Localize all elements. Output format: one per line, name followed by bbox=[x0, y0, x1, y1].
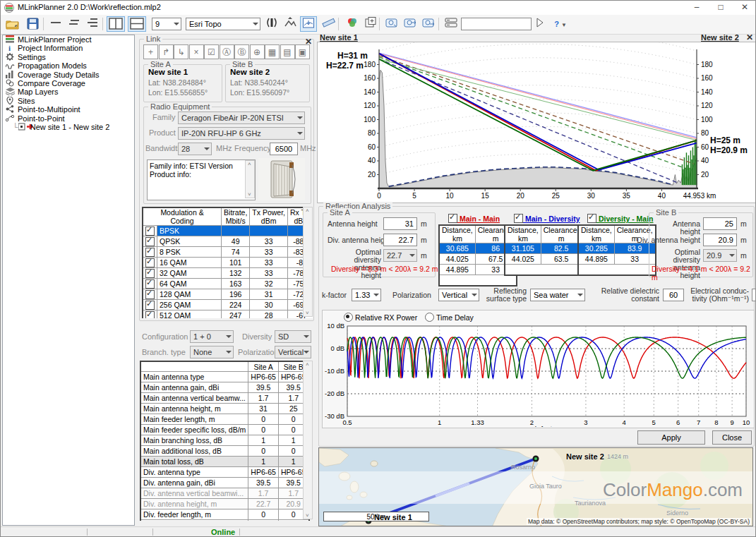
zoom-level-dropdown[interactable]: 9 bbox=[152, 18, 181, 30]
reflection-table-checkbox[interactable] bbox=[514, 214, 523, 223]
minimize-button[interactable]: – bbox=[685, 1, 709, 15]
move-up-icon[interactable]: ↱ bbox=[159, 44, 174, 59]
modulation-row[interactable]: 128 QAM19631-72.5 bbox=[143, 289, 313, 300]
save-icon[interactable] bbox=[25, 16, 42, 32]
reflection-table-link[interactable]: Diversity - Main bbox=[596, 215, 654, 223]
reflection-row[interactable]: 44.02563.5 bbox=[505, 254, 582, 265]
profile-tab-site2-link[interactable]: New site 2 bbox=[701, 33, 739, 42]
modulation-row[interactable]: 256 QAM22430-69.5 bbox=[143, 300, 313, 310]
sidebar-item-map-layers[interactable]: Map Layers bbox=[3, 88, 134, 96]
modulation-row[interactable]: 32 QAM13233-78.5 bbox=[143, 268, 313, 279]
dielectric-constant-input[interactable]: 60 bbox=[663, 289, 684, 301]
sidebar-item-settings[interactable]: Settings bbox=[3, 53, 134, 61]
modulation-row[interactable]: 16 QAM10133-82 bbox=[143, 258, 313, 268]
reflection-table-checkbox[interactable] bbox=[587, 214, 596, 223]
kfactor-dropdown[interactable]: 1.33 bbox=[352, 289, 381, 301]
target-icon[interactable]: ⊕ bbox=[250, 44, 265, 59]
modulation-row[interactable]: 512 QAM24728-67 bbox=[143, 310, 313, 319]
antenna-param-row[interactable]: Main antenna gain, dBi39.539.5 bbox=[140, 382, 309, 393]
antenna-param-row[interactable]: Div. antenna typeHP6-65HP6-65 bbox=[140, 467, 309, 478]
sidebar-item-project-information[interactable]: iProject Information bbox=[3, 44, 134, 52]
antenna-param-row[interactable]: Main total loss, dB11 bbox=[140, 457, 309, 467]
modulation-checkbox[interactable] bbox=[145, 279, 155, 289]
site-b-optimal-dropdown[interactable]: 20.9 bbox=[703, 249, 737, 262]
elevation-icon[interactable] bbox=[282, 16, 299, 32]
modulation-row[interactable]: BPSK bbox=[143, 226, 313, 236]
reflection-row[interactable]: 30.28583.9 bbox=[578, 243, 656, 254]
modulation-checkbox[interactable] bbox=[145, 258, 155, 267]
sidebar-item-sites[interactable]: Sites bbox=[3, 97, 134, 105]
profile-close-icon[interactable]: ✕ bbox=[746, 33, 753, 42]
site-b-pin-icon[interactable]: Ⓑ bbox=[234, 44, 249, 59]
bandwidth-dropdown[interactable]: 28 bbox=[178, 143, 212, 155]
close-reflection-button[interactable]: Close bbox=[712, 430, 752, 445]
antenna-param-row[interactable]: Main branching loss, dB11 bbox=[140, 435, 309, 446]
apply-button[interactable]: Apply bbox=[637, 430, 705, 445]
site-a-div-height-input[interactable]: 22.7 bbox=[383, 234, 417, 246]
modulation-table[interactable]: Modulation &CodingBitrate,Mbit/sTx Power… bbox=[142, 207, 313, 318]
toolbar-search-input[interactable] bbox=[461, 18, 532, 30]
antenna-param-row[interactable]: Main antenna typeHP6-65HP6-65 bbox=[140, 372, 309, 382]
family-dropdown[interactable]: Ceragon FibeAir IP-20N ETSI bbox=[178, 111, 305, 124]
summary-icon[interactable]: ▣ bbox=[295, 44, 310, 59]
profile-icon[interactable]: ▦ bbox=[265, 44, 280, 59]
product-dropdown[interactable]: IP-20N RFU-HP 6 GHz bbox=[178, 127, 305, 140]
export-image-3-icon[interactable] bbox=[420, 16, 437, 32]
info-scrollbar[interactable] bbox=[245, 160, 255, 198]
antenna-parameters-table[interactable]: Site ASite BMain antenna typeHP6-65HP6-6… bbox=[140, 361, 310, 521]
multi-line-icon[interactable] bbox=[84, 16, 101, 32]
antenna-param-row[interactable]: Main feeder specific loss, dB/m00 bbox=[140, 425, 309, 435]
profile-view-icon[interactable] bbox=[300, 16, 317, 32]
sidebar-item-mlinkplanner-project[interactable]: MLinkPlanner Project bbox=[3, 35, 134, 44]
antenna-scrollbar[interactable] bbox=[303, 361, 313, 519]
configuration-dropdown[interactable]: 1 + 0 bbox=[190, 330, 234, 343]
antenna-param-row[interactable]: Main additional loss, dB00 bbox=[140, 446, 309, 457]
reflection-table-checkbox[interactable] bbox=[448, 214, 457, 223]
export-image-2-icon[interactable] bbox=[402, 16, 419, 32]
sidebar-item-new-site-1-new-site-2[interactable]: └New site 1 - New site 2 bbox=[3, 123, 134, 131]
reflection-row[interactable]: 31.10582.5 bbox=[505, 243, 582, 254]
site-a-pin-icon[interactable]: Ⓐ bbox=[220, 44, 234, 59]
move-down-icon[interactable]: ↳ bbox=[174, 44, 188, 59]
conductivity-input[interactable]: 12.5 bbox=[752, 289, 756, 301]
site-a-optimal-dropdown[interactable]: 22.7 bbox=[383, 249, 417, 262]
antenna-param-row[interactable]: Div. antenna vertical beamwi...1.71.7 bbox=[140, 488, 309, 499]
check-icon[interactable]: ☑ bbox=[204, 44, 219, 59]
modulation-scrollbar[interactable] bbox=[303, 207, 313, 317]
modulation-checkbox[interactable] bbox=[145, 248, 155, 257]
modulation-checkbox[interactable] bbox=[145, 290, 155, 299]
modulation-checkbox[interactable] bbox=[145, 237, 155, 246]
open-project-icon[interactable] bbox=[4, 16, 23, 32]
branch-type-dropdown[interactable]: None bbox=[190, 346, 234, 358]
sidebar-item-coverage-study-details[interactable]: Coverage Study Details bbox=[3, 71, 134, 79]
modulation-checkbox[interactable] bbox=[145, 269, 155, 278]
reflection-row[interactable]: 44.89533 bbox=[578, 254, 656, 265]
modulation-row[interactable]: 8 PSK7433-83.5 bbox=[143, 247, 313, 258]
rgb-colors-icon[interactable] bbox=[344, 16, 361, 32]
delete-icon[interactable]: × bbox=[189, 44, 204, 59]
horizontal-split-icon[interactable] bbox=[128, 16, 146, 32]
site-b-div-height-input[interactable]: 20.9 bbox=[703, 234, 737, 246]
antenna-param-row[interactable]: Div. feeder specific loss, dB/m00 bbox=[140, 520, 309, 521]
add-icon[interactable]: + bbox=[143, 44, 158, 59]
polarization-dropdown[interactable]: Vertical bbox=[275, 346, 311, 358]
sidebar-item-point-to-multipoint[interactable]: Point-to-Multipoint bbox=[3, 105, 134, 114]
modulation-row[interactable]: QPSK4933-88.5 bbox=[143, 236, 313, 247]
surface-type-dropdown[interactable]: Sea water bbox=[530, 289, 585, 301]
sidebar-item-compare-coverage[interactable]: Compare Coverage bbox=[3, 79, 134, 88]
antenna-param-row[interactable]: Div. antenna height, m22.720.9 bbox=[140, 499, 309, 509]
modulation-checkbox[interactable] bbox=[145, 301, 155, 310]
new-window-icon[interactable] bbox=[362, 16, 379, 32]
help-dropdown[interactable]: ? ▼ bbox=[550, 16, 571, 32]
reflection-table-link[interactable]: Main - Diversity bbox=[523, 215, 580, 223]
relative-rx-power-radio[interactable]: Relative RX Power bbox=[344, 313, 417, 322]
map-panel[interactable]: ColorMango.com 50 km Map data: © OpenStr… bbox=[318, 447, 753, 526]
modulation-row[interactable]: 64 QAM16332-75.5 bbox=[143, 279, 313, 289]
site-b-antenna-height-input[interactable]: 25 bbox=[703, 217, 737, 230]
antenna-param-row[interactable]: Div. antenna gain, dBi39.539.5 bbox=[140, 478, 309, 488]
single-line-icon[interactable] bbox=[47, 16, 64, 32]
profile-tab-site1-link[interactable]: New site 1 bbox=[320, 33, 358, 42]
report-icon[interactable]: ▤ bbox=[280, 44, 295, 59]
antenna-param-row[interactable]: Main feeder length, m00 bbox=[140, 414, 309, 425]
close-button[interactable]: ✕ bbox=[733, 1, 756, 15]
